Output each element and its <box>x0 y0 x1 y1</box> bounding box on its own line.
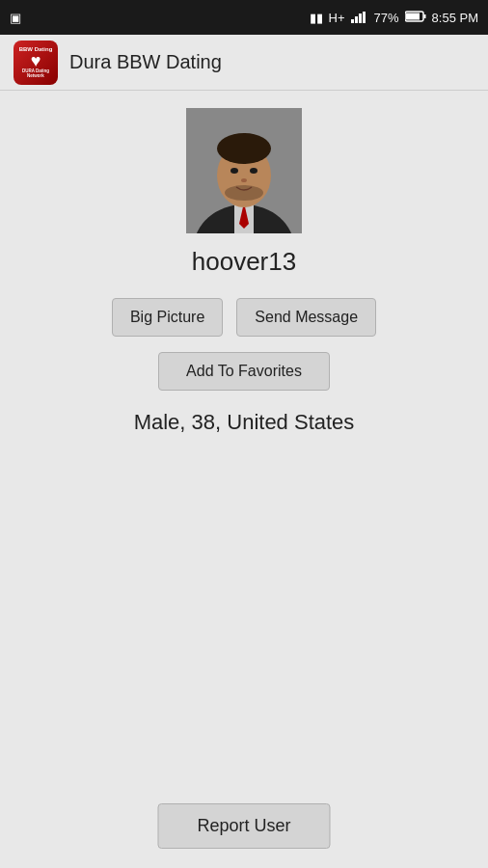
username: hoover13 <box>192 247 296 277</box>
svg-rect-1 <box>355 16 358 23</box>
svg-rect-5 <box>406 13 420 19</box>
heart-icon: ♥ <box>31 52 41 69</box>
svg-rect-2 <box>359 14 362 23</box>
svg-rect-6 <box>423 14 425 18</box>
logo-text-bottom: DURA Dating Network <box>14 69 58 79</box>
action-buttons-row: Big Picture Send Message <box>112 298 376 337</box>
battery-percent: 77% <box>374 11 399 25</box>
main-content: hoover13 Big Picture Send Message Add To… <box>0 91 488 868</box>
status-bar: ▣ ▮▮ H+ 77% 8:55 PM <box>0 0 488 35</box>
app-logo: BBW Dating ♥ DURA Dating Network <box>14 41 58 85</box>
svg-point-15 <box>250 168 258 174</box>
user-info: Male, 38, United States <box>134 410 355 435</box>
status-bar-left: ▣ <box>10 11 21 25</box>
report-user-container: Report User <box>157 803 330 849</box>
big-picture-button[interactable]: Big Picture <box>112 298 223 337</box>
svg-point-13 <box>217 133 271 164</box>
hplus-icon: H+ <box>329 11 345 25</box>
profile-image-container <box>186 108 302 233</box>
signal-icon <box>351 10 368 26</box>
app-title: Dura BBW Dating <box>69 51 222 73</box>
status-bar-right: ▮▮ H+ 77% 8:55 PM <box>310 10 478 26</box>
send-message-button[interactable]: Send Message <box>236 298 376 337</box>
svg-rect-0 <box>351 19 354 23</box>
add-to-favorites-button[interactable]: Add To Favorites <box>158 352 330 391</box>
svg-point-14 <box>230 168 238 174</box>
profile-image <box>186 108 302 233</box>
svg-rect-3 <box>363 12 366 23</box>
sim-icon: ▮▮ <box>310 11 323 25</box>
time: 8:55 PM <box>432 11 478 25</box>
notification-icon: ▣ <box>10 11 21 25</box>
app-header: BBW Dating ♥ DURA Dating Network Dura BB… <box>0 35 488 91</box>
svg-point-16 <box>241 178 247 182</box>
svg-point-17 <box>225 185 263 201</box>
report-user-button[interactable]: Report User <box>157 803 330 849</box>
battery-icon <box>405 11 426 25</box>
